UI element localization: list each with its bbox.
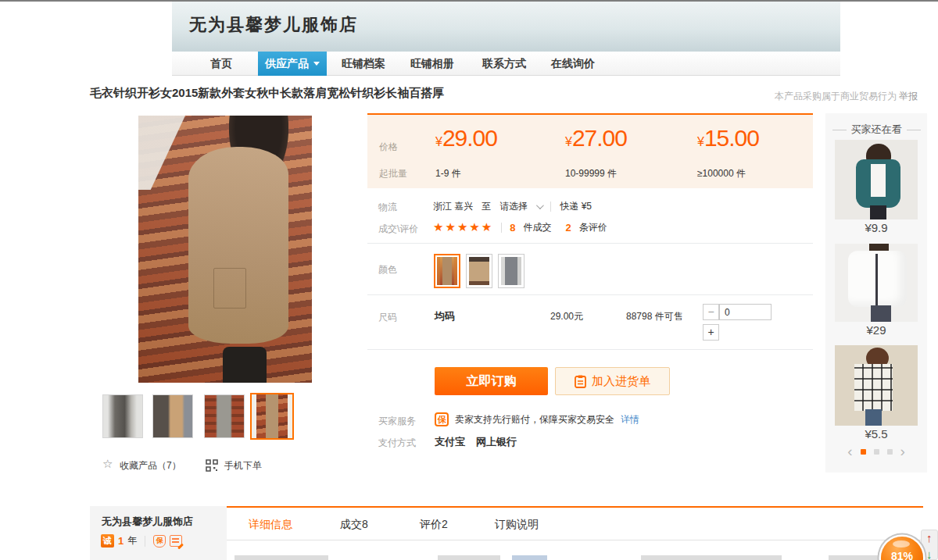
- quantity-input[interactable]: [719, 304, 772, 320]
- image-thumbnail-2[interactable]: [152, 394, 193, 438]
- nav-item-home[interactable]: 首页: [210, 52, 232, 76]
- rating-row: ★★★★★ 8 件成交 2 条评价: [433, 220, 607, 234]
- dark-pants: [871, 305, 891, 322]
- nav-item-products[interactable]: 供应产品: [258, 52, 327, 76]
- quantity-decrease-button[interactable]: −: [703, 304, 719, 320]
- nav-item-inquiry[interactable]: 在线询价: [551, 52, 595, 76]
- sidebar-title: 买家还在看: [825, 123, 927, 137]
- price-tier-1: ¥29.00: [435, 125, 497, 152]
- divider: [367, 294, 813, 295]
- color-swatch-3[interactable]: [498, 254, 524, 288]
- qty-range-3: ≥100000 件: [697, 167, 746, 180]
- swatch-image: [501, 257, 521, 285]
- sidebar-product-1-price[interactable]: ¥9.9: [825, 221, 927, 234]
- chevron-left-icon[interactable]: ‹: [847, 446, 852, 457]
- divider: [501, 223, 502, 233]
- arrow-down-icon[interactable]: ↓: [926, 548, 933, 560]
- currency-symbol: ¥: [697, 135, 704, 148]
- price-tier-3: ¥15.00: [697, 125, 759, 152]
- tab-order-notes[interactable]: 订购说明: [495, 508, 539, 540]
- price-value-2: 27.00: [572, 125, 627, 151]
- logistics-label: 物流: [378, 201, 397, 214]
- tab-detail-info[interactable]: 详细信息: [249, 508, 292, 540]
- nav-item-contact[interactable]: 联系方式: [482, 52, 526, 76]
- sidebar-pagination: ‹ ›: [825, 446, 927, 457]
- sidebar-product-1-image[interactable]: [835, 140, 918, 219]
- camel-coat: [188, 147, 288, 344]
- ship-to-label: 至: [482, 200, 491, 213]
- color-swatch-1-selected[interactable]: [434, 254, 460, 288]
- dark-pants: [870, 205, 886, 219]
- mobile-order-button[interactable]: 手机下单: [224, 459, 262, 473]
- image-thumbnail-3[interactable]: [204, 394, 245, 438]
- deal-count-suffix[interactable]: 件成交: [523, 221, 551, 234]
- shield-badge-icon[interactable]: 保: [153, 535, 166, 548]
- also-viewing-sidebar: 买家还在看 ¥9.9 ¥29 ¥5.5 ‹ ›: [825, 113, 927, 473]
- currency-symbol: ¥: [435, 135, 442, 148]
- sidebar-product-2-image[interactable]: [835, 244, 918, 322]
- ship-from: 浙江 嘉兴: [433, 200, 473, 213]
- nav-item-archive[interactable]: 旺铺档案: [342, 52, 385, 76]
- payment-alipay: 支付宝: [435, 435, 465, 449]
- color-swatch-2[interactable]: [466, 254, 492, 288]
- integrity-badge-icon[interactable]: 诚: [101, 534, 114, 548]
- jeans: [865, 409, 882, 426]
- destination-select[interactable]: 请选择: [499, 200, 528, 213]
- divider: [550, 202, 551, 212]
- shop-navbar: 首页 供应产品 旺铺档案 旺铺相册 联系方式 在线询价: [172, 52, 840, 76]
- order-now-button[interactable]: 立即订购: [435, 367, 548, 395]
- favorite-product-button[interactable]: 收藏产品（7）: [120, 459, 181, 473]
- review-count[interactable]: 2: [565, 222, 571, 234]
- credit-years-suffix: 年: [127, 534, 137, 548]
- image-thumbnail-4-selected[interactable]: [250, 393, 294, 440]
- payment-label: 支付方式: [378, 437, 416, 450]
- chevron-down-icon: [313, 62, 320, 66]
- buyer-service-label: 买家服务: [378, 415, 416, 428]
- report-link[interactable]: 举报: [899, 90, 918, 103]
- cropped-text-fragment: [234, 555, 328, 560]
- image-thumbnail-1[interactable]: [102, 394, 143, 438]
- payment-row: 支付宝 网上银行: [435, 435, 517, 449]
- shop-name: 无为县馨梦儿服饰店: [189, 13, 358, 37]
- chevron-down-icon[interactable]: [536, 202, 544, 209]
- add-to-purchase-list-button[interactable]: 加入进货单: [555, 367, 670, 395]
- tab-deals[interactable]: 成交8: [340, 508, 368, 540]
- price-label: 价格: [379, 141, 398, 154]
- chevron-right-icon[interactable]: ›: [900, 446, 905, 457]
- service-detail-link[interactable]: 详情: [621, 413, 639, 426]
- qr-code-icon[interactable]: [206, 459, 218, 475]
- add-to-purchase-list-label: 加入进货单: [592, 374, 650, 389]
- star-outline-icon[interactable]: ☆: [102, 457, 113, 471]
- shop-name[interactable]: 无为县馨梦儿服饰店: [102, 515, 193, 529]
- sidebar-product-2-price[interactable]: ¥29: [825, 323, 927, 337]
- quantity-increase-button[interactable]: +: [703, 324, 719, 341]
- tab-reviews[interactable]: 评价2: [420, 508, 448, 540]
- color-label: 颜色: [378, 263, 397, 276]
- rating-label: 成交\评价: [378, 223, 418, 236]
- shop-info-box: 无为县馨梦儿服饰店 诚 1 年 保: [90, 506, 227, 560]
- page-title: 毛衣针织开衫女2015新款外套女秋中长款落肩宽松针织衫长袖百搭厚: [90, 86, 444, 101]
- cropped-text-fragment: [512, 555, 547, 560]
- arrow-up-icon[interactable]: ↑: [926, 531, 933, 544]
- page-dot-3[interactable]: [887, 449, 893, 455]
- page-dot-1-active[interactable]: [861, 449, 866, 455]
- moq-label: 起批量: [379, 167, 407, 180]
- main-product-image[interactable]: [104, 116, 363, 383]
- clipboard-icon: [575, 375, 586, 388]
- deal-count[interactable]: 8: [510, 222, 515, 234]
- credit-row: 诚 1 年 保: [101, 534, 182, 548]
- badge-gloss: [893, 540, 910, 548]
- nav-item-album[interactable]: 旺铺相册: [410, 52, 454, 76]
- sidebar-product-3-image[interactable]: [835, 345, 918, 426]
- sidebar-product-3-price[interactable]: ¥5.5: [825, 427, 927, 441]
- contract-badge-icon[interactable]: [170, 535, 182, 547]
- page-dot-2[interactable]: [874, 449, 879, 455]
- buyer-service-row: 保 卖家支持先行赔付，保障买家交易安全 详情: [435, 412, 639, 426]
- divider: [145, 536, 145, 547]
- model-boots: [223, 347, 267, 383]
- review-count-suffix[interactable]: 条评价: [579, 221, 607, 234]
- detail-tabbar: 详细信息 成交8 评价2 订购说明: [227, 506, 923, 540]
- trade-notice: 本产品采购属于商业贸易行为: [775, 90, 897, 103]
- zoom-level-value: 81%: [881, 550, 923, 560]
- zipper-line: [875, 254, 878, 305]
